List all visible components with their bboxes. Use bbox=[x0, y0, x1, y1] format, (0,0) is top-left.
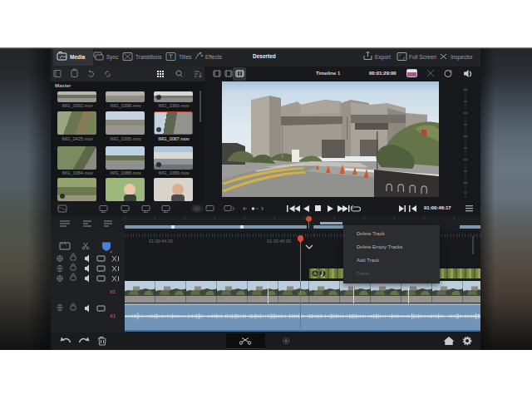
svg-text:A: A bbox=[313, 271, 317, 276]
